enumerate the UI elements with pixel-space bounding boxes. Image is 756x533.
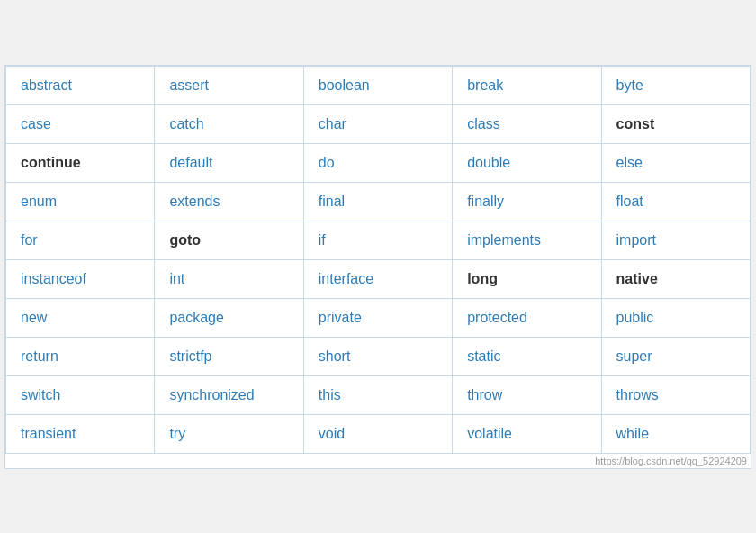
table-cell: void [303,414,452,453]
table-cell: else [601,143,750,182]
table-cell: protected [453,298,601,337]
table-cell: interface [303,259,452,298]
table-cell: package [155,298,303,337]
table-cell: super [601,337,750,375]
table-cell: static [453,337,601,375]
table-cell: boolean [303,66,452,104]
table-cell: instanceof [6,259,155,298]
watermark: https://blog.csdn.net/qq_52924209 [5,454,751,468]
table-cell: if [303,221,452,259]
table-cell: short [303,337,452,375]
table-cell: case [6,104,155,143]
table-cell: this [303,375,452,414]
table-cell: finally [453,182,601,221]
table-cell: switch [6,375,155,414]
table-cell: enum [6,182,155,221]
keywords-table: abstractassertbooleanbreakbytecasecatchc… [5,66,751,454]
table-cell: double [453,143,601,182]
table-cell: volatile [453,414,601,453]
table-cell: byte [601,66,750,104]
table-cell: default [155,143,303,182]
table-cell: do [303,143,452,182]
table-row: switchsynchronizedthisthrowthrows [6,375,751,414]
table-cell: while [601,414,750,453]
table-cell: catch [155,104,303,143]
table-cell: assert [155,66,303,104]
table-cell: return [6,337,155,375]
table-cell: const [601,104,750,143]
table-row: instanceofintinterfacelongnative [6,259,751,298]
table-cell: goto [155,221,303,259]
table-cell: for [6,221,155,259]
table-row: casecatchcharclassconst [6,104,751,143]
table-cell: int [155,259,303,298]
table-row: transienttryvoidvolatilewhile [6,414,751,453]
table-row: newpackageprivateprotectedpublic [6,298,751,337]
table-cell: transient [6,414,155,453]
table-cell: long [453,259,601,298]
table-cell: public [601,298,750,337]
table-cell: throws [601,375,750,414]
table-cell: implements [453,221,601,259]
table-row: enumextendsfinalfinallyfloat [6,182,751,221]
table-cell: try [155,414,303,453]
table-cell: continue [6,143,155,182]
table-cell: import [601,221,750,259]
table-cell: float [601,182,750,221]
table-cell: break [453,66,601,104]
table-cell: class [453,104,601,143]
table-cell: final [303,182,452,221]
table-row: abstractassertbooleanbreakbyte [6,66,751,104]
table-cell: native [601,259,750,298]
table-cell: extends [155,182,303,221]
table-cell: abstract [6,66,155,104]
table-row: forgotoifimplementsimport [6,221,751,259]
keywords-table-container: abstractassertbooleanbreakbytecasecatchc… [4,65,752,469]
table-cell: strictfp [155,337,303,375]
table-row: continuedefaultdodoubleelse [6,143,751,182]
table-cell: private [303,298,452,337]
table-cell: synchronized [155,375,303,414]
table-cell: new [6,298,155,337]
table-cell: throw [453,375,601,414]
table-row: returnstrictfpshortstaticsuper [6,337,751,375]
table-cell: char [303,104,452,143]
